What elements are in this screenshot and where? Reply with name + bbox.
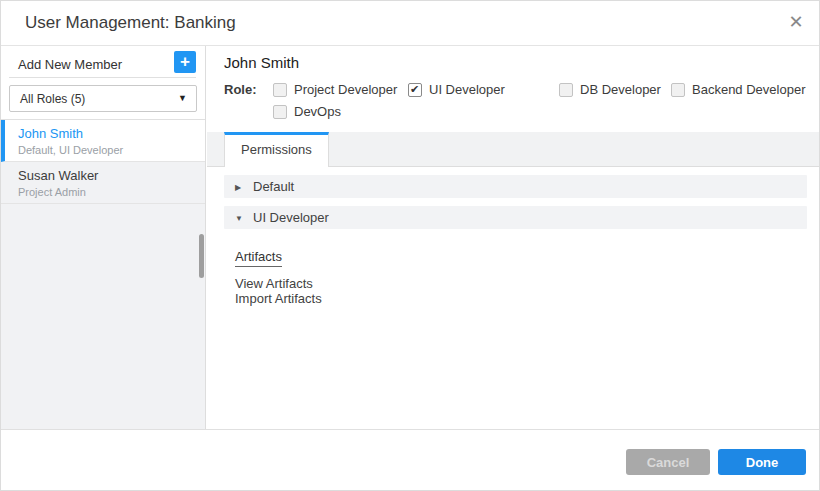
- roles-filter-dropdown[interactable]: All Roles (5) ▼: [9, 85, 197, 112]
- checkbox-icon[interactable]: [273, 105, 287, 119]
- permissions-group-heading: Artifacts: [235, 249, 282, 267]
- checkbox-icon[interactable]: [408, 83, 422, 97]
- chevron-right-icon: [235, 175, 248, 199]
- checkbox-icon[interactable]: [559, 83, 573, 97]
- selected-member-name: John Smith: [224, 54, 299, 71]
- dialog-header: User Management: Banking ✕: [1, 1, 819, 46]
- done-button[interactable]: Done: [718, 449, 806, 475]
- checkbox-label: Backend Developer: [692, 82, 805, 97]
- accordion-label: Default: [253, 179, 294, 194]
- sidebar-scrollbar-thumb[interactable]: [199, 234, 204, 278]
- member-detail-panel: John Smith Role: Project Developer UI De…: [207, 46, 819, 431]
- checkbox-icon[interactable]: [671, 83, 685, 97]
- member-list: John Smith Default, UI Developer Susan W…: [1, 119, 205, 431]
- member-name: Susan Walker: [18, 168, 205, 183]
- checkbox-label: Project Developer: [294, 82, 397, 97]
- checkbox-icon[interactable]: [273, 83, 287, 97]
- role-checkbox-db-developer[interactable]: DB Developer: [559, 82, 661, 97]
- accordion-label: UI Developer: [253, 210, 329, 225]
- permissions-items: View Artifacts Import Artifacts: [235, 276, 322, 306]
- permission-item: View Artifacts: [235, 276, 322, 291]
- member-row-susan-walker[interactable]: Susan Walker Project Admin: [1, 162, 205, 204]
- chevron-down-icon: ▼: [178, 93, 187, 103]
- dialog-footer: Cancel Done: [1, 429, 819, 490]
- add-member-button[interactable]: +: [174, 51, 196, 73]
- permission-item: Import Artifacts: [235, 291, 322, 306]
- member-row-john-smith[interactable]: John Smith Default, UI Developer: [1, 120, 205, 162]
- accordion-default[interactable]: Default: [224, 175, 807, 198]
- permissions-group-artifacts: Artifacts View Artifacts Import Artifact…: [235, 247, 322, 306]
- dialog-title: User Management: Banking: [25, 13, 236, 33]
- divider: [9, 77, 196, 78]
- close-icon[interactable]: ✕: [784, 10, 808, 34]
- tab-permissions[interactable]: Permissions: [224, 132, 329, 167]
- checkbox-label: UI Developer: [429, 82, 505, 97]
- role-checkbox-backend-developer[interactable]: Backend Developer: [671, 82, 805, 97]
- role-label: Role:: [224, 82, 257, 97]
- member-roles: Default, UI Developer: [18, 144, 205, 156]
- role-checkbox-devops[interactable]: DevOps: [273, 104, 341, 119]
- add-new-member-label: Add New Member: [18, 57, 122, 72]
- checkbox-label: DB Developer: [580, 82, 661, 97]
- accordion-ui-developer[interactable]: UI Developer: [224, 206, 807, 229]
- checkbox-label: DevOps: [294, 104, 341, 119]
- members-sidebar: Add New Member + All Roles (5) ▼ John Sm…: [1, 46, 206, 431]
- role-checkbox-ui-developer[interactable]: UI Developer: [408, 82, 505, 97]
- chevron-down-icon: [235, 206, 248, 230]
- user-management-dialog: User Management: Banking ✕ Add New Membe…: [0, 0, 820, 491]
- member-roles: Project Admin: [18, 186, 205, 198]
- cancel-button[interactable]: Cancel: [626, 449, 710, 475]
- role-checkbox-project-developer[interactable]: Project Developer: [273, 82, 397, 97]
- roles-filter-value: All Roles (5): [20, 92, 85, 106]
- member-name: John Smith: [18, 126, 205, 141]
